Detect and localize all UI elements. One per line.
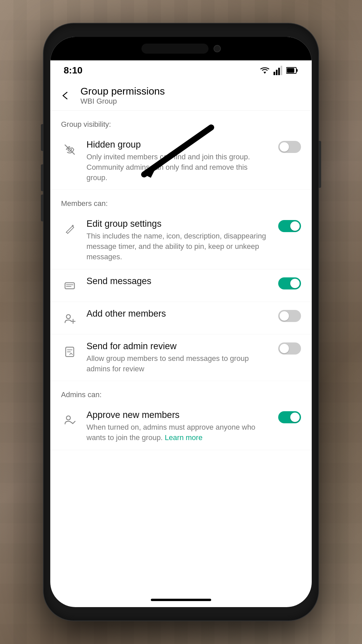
admin-review-icon: [61, 342, 78, 360]
svg-marker-0: [263, 72, 266, 74]
approve-members-toggle-thumb: [290, 413, 300, 422]
message-icon: [61, 277, 78, 295]
add-members-title: Add other members: [86, 309, 270, 319]
notch-pill: [141, 44, 208, 54]
edit-settings-toggle-thumb: [290, 221, 300, 231]
add-person-icon: [61, 310, 78, 327]
approve-members-desc: When turned on, admins must approve anyo…: [86, 422, 270, 443]
approve-members-icon: [61, 411, 78, 429]
status-icons: [259, 66, 298, 75]
send-messages-row: Send messages: [50, 269, 312, 302]
add-members-toggle-container[interactable]: [278, 310, 301, 322]
status-bar: 8:10: [50, 60, 312, 80]
send-messages-toggle-thumb: [290, 279, 300, 288]
admin-review-toggle-thumb: [280, 344, 289, 353]
section-label-admins: Admins can:: [50, 381, 312, 403]
send-messages-toggle[interactable]: [278, 277, 301, 289]
send-messages-content: Send messages: [86, 276, 270, 288]
add-members-toggle[interactable]: [278, 310, 301, 322]
hidden-group-content: Hidden group Only invited members can fi…: [86, 140, 270, 183]
front-camera: [214, 45, 221, 52]
learn-more-link[interactable]: Learn more: [165, 433, 203, 442]
hidden-group-title: Hidden group: [86, 140, 270, 150]
svg-rect-7: [287, 68, 294, 73]
edit-settings-row: Edit group settings This includes the na…: [50, 212, 312, 269]
svg-rect-1: [274, 72, 275, 75]
edit-settings-content: Edit group settings This includes the na…: [86, 219, 270, 262]
header-text: Group permissions WBI Group: [80, 86, 165, 106]
edit-settings-toggle[interactable]: [278, 220, 301, 232]
edit-settings-title: Edit group settings: [86, 219, 270, 229]
approve-members-row: Approve new members When turned on, admi…: [50, 403, 312, 450]
approve-members-title: Approve new members: [86, 410, 270, 420]
approve-members-content: Approve new members When turned on, admi…: [86, 410, 270, 443]
edit-settings-toggle-container[interactable]: [278, 220, 301, 232]
header: Group permissions WBI Group: [50, 80, 312, 111]
send-messages-title: Send messages: [86, 276, 270, 286]
section-label-visibility: Group visibility:: [50, 111, 312, 133]
notch-area: [50, 37, 312, 60]
svg-point-15: [66, 315, 70, 319]
content: Group visibility: Hidden group Only invi…: [50, 111, 312, 470]
approve-members-toggle[interactable]: [278, 411, 301, 423]
add-members-content: Add other members: [86, 309, 270, 321]
svg-rect-6: [296, 69, 298, 72]
battery-icon: [286, 67, 298, 74]
pencil-icon: [61, 220, 78, 237]
hidden-group-toggle-thumb: [280, 142, 289, 152]
admin-review-toggle[interactable]: [278, 342, 301, 355]
signal-icon: [274, 66, 284, 75]
svg-rect-4: [281, 66, 282, 75]
hidden-group-desc: Only invited members can find and join t…: [86, 152, 270, 183]
group-name: WBI Group: [80, 97, 165, 106]
svg-rect-2: [276, 70, 278, 75]
admin-review-row: Send for admin review Allow group member…: [50, 334, 312, 381]
section-label-members: Members can:: [50, 190, 312, 212]
approve-members-toggle-container[interactable]: [278, 411, 301, 423]
hidden-group-toggle-container[interactable]: [278, 141, 301, 153]
bottom-spacer: [50, 450, 312, 470]
eye-off-icon: [61, 141, 78, 158]
hidden-group-toggle[interactable]: [278, 141, 301, 153]
wifi-icon: [259, 66, 271, 75]
page-title: Group permissions: [80, 86, 165, 97]
admin-review-toggle-container[interactable]: [278, 342, 301, 355]
add-members-row: Add other members: [50, 302, 312, 334]
svg-rect-3: [278, 68, 280, 75]
svg-rect-12: [65, 283, 74, 289]
phone-shell: 8:10: [44, 23, 318, 621]
hidden-group-row: Hidden group Only invited members can fi…: [50, 133, 312, 190]
admin-review-content: Send for admin review Allow group member…: [86, 341, 270, 374]
svg-point-21: [66, 416, 70, 420]
screen: 8:10: [50, 37, 312, 607]
status-time: 8:10: [64, 65, 82, 76]
edit-settings-desc: This includes the name, icon, descriptio…: [86, 231, 270, 262]
add-members-toggle-thumb: [280, 311, 289, 321]
admin-review-title: Send for admin review: [86, 341, 270, 352]
send-messages-toggle-container[interactable]: [278, 277, 301, 289]
home-indicator[interactable]: [151, 599, 211, 601]
admin-review-desc: Allow group members to send messages to …: [86, 354, 270, 374]
back-button[interactable]: [57, 87, 74, 104]
